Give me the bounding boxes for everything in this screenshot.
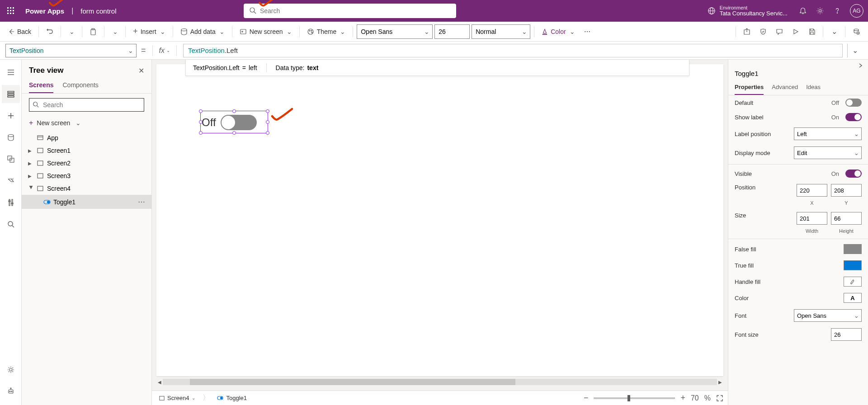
paste-chevron[interactable]: ⌄ xyxy=(108,24,122,39)
properties-collapse[interactable] xyxy=(728,60,868,70)
breadcrumb-control[interactable]: Toggle1 xyxy=(214,394,250,402)
search-rail-icon[interactable] xyxy=(2,215,20,233)
resize-handle[interactable] xyxy=(199,109,203,113)
insert-button[interactable]: + Insert ⌄ xyxy=(129,24,169,39)
insert-rail-icon[interactable] xyxy=(2,107,20,125)
position-x-input[interactable] xyxy=(797,184,827,197)
virtual-agent-icon[interactable] xyxy=(2,382,20,400)
resize-handle[interactable] xyxy=(232,131,236,135)
theme-button[interactable]: Theme ⌄ xyxy=(303,24,349,39)
visible-toggle[interactable] xyxy=(845,170,862,178)
position-y-input[interactable] xyxy=(831,184,862,197)
settings-rail-icon[interactable] xyxy=(2,361,20,379)
search-icon xyxy=(249,7,256,14)
settings-icon[interactable] xyxy=(816,6,825,15)
svg-line-10 xyxy=(254,12,256,14)
handle-fill-color[interactable] xyxy=(844,277,862,287)
toggle-control[interactable]: Off xyxy=(202,115,257,130)
search-input[interactable] xyxy=(244,4,456,18)
tree-search-input[interactable] xyxy=(29,98,144,112)
font-select-prop[interactable]: Open Sans⌄ xyxy=(794,309,862,322)
share-icon[interactable] xyxy=(740,24,754,39)
tree-view-icon[interactable] xyxy=(2,85,20,103)
help-icon[interactable] xyxy=(833,6,842,15)
paste-button[interactable] xyxy=(86,24,100,39)
true-fill-color[interactable] xyxy=(844,260,862,270)
flows-rail-icon[interactable] xyxy=(2,172,20,190)
environment-picker[interactable]: Environment Tata Consultancy Servic... xyxy=(707,5,788,17)
tree-new-screen[interactable]: + New screen ⌄ xyxy=(22,116,151,130)
tree-item-screen4[interactable]: ▶ Screen4 xyxy=(22,182,151,195)
tree-item-screen3[interactable]: ▶ Screen3 xyxy=(22,170,151,182)
scroll-track[interactable] xyxy=(163,379,717,385)
false-fill-color[interactable] xyxy=(844,244,862,254)
media-rail-icon[interactable] xyxy=(2,150,20,168)
comments-icon[interactable] xyxy=(772,24,787,39)
save-chevron[interactable]: ⌄ xyxy=(827,24,841,39)
preview-icon[interactable] xyxy=(788,24,803,39)
scroll-left-icon[interactable]: ◀ xyxy=(156,380,163,385)
horizontal-scrollbar[interactable]: ◀ ▶ xyxy=(156,379,723,385)
resize-handle[interactable] xyxy=(266,131,269,135)
zoom-out-icon[interactable]: − xyxy=(584,393,589,403)
label-position-select[interactable]: Left⌄ xyxy=(794,127,862,140)
add-data-button[interactable]: Add data ⌄ xyxy=(177,24,228,39)
toggle-track[interactable] xyxy=(221,115,257,130)
new-screen-button[interactable]: New screen ⌄ xyxy=(236,24,296,39)
width-input[interactable] xyxy=(797,212,827,225)
notifications-icon[interactable] xyxy=(798,6,807,15)
color-button[interactable]: Color ⌄ xyxy=(538,24,578,39)
user-avatar[interactable]: AG xyxy=(850,4,863,18)
tree-item-screen1[interactable]: ▶ Screen1 xyxy=(22,144,151,157)
font-size-input-prop[interactable] xyxy=(831,328,862,341)
tab-screens[interactable]: Screens xyxy=(29,78,53,93)
display-mode-select[interactable]: Edit⌄ xyxy=(794,146,862,159)
zoom-in-icon[interactable]: + xyxy=(680,393,685,403)
data-rail-icon[interactable] xyxy=(2,128,20,146)
tree-item-screen2[interactable]: ▶ Screen2 xyxy=(22,157,151,170)
tools-rail-icon[interactable] xyxy=(2,193,20,212)
tab-advanced[interactable]: Advanced xyxy=(772,80,798,95)
tab-properties[interactable]: Properties xyxy=(735,80,764,95)
property-select[interactable]: TextPosition ⌄ xyxy=(5,44,137,57)
formula-input[interactable]: TextPosition.Left xyxy=(183,44,843,57)
zoom-slider[interactable] xyxy=(594,397,675,399)
default-toggle[interactable] xyxy=(845,99,862,107)
selection-box[interactable]: Off xyxy=(200,111,268,133)
formula-expand-icon[interactable]: ⌄ xyxy=(847,44,863,57)
resize-handle[interactable] xyxy=(199,131,203,135)
waffle-icon[interactable] xyxy=(5,5,17,17)
fx-label[interactable]: fx⌄ xyxy=(159,47,170,55)
show-label-toggle[interactable] xyxy=(845,113,862,121)
tab-ideas[interactable]: Ideas xyxy=(806,80,821,95)
tree-item-toggle1[interactable]: Toggle1 ⋯ xyxy=(22,195,151,209)
canvas[interactable]: Off xyxy=(156,64,723,376)
more-icon[interactable]: ⋯ xyxy=(138,198,147,206)
publish-icon[interactable] xyxy=(849,24,863,39)
font-size-input[interactable] xyxy=(434,24,470,39)
more-button[interactable]: ⋯ xyxy=(580,24,595,39)
scroll-right-icon[interactable]: ▶ xyxy=(717,380,723,385)
checker-icon[interactable] xyxy=(756,24,770,39)
height-input[interactable] xyxy=(831,212,862,225)
zoom-knob[interactable] xyxy=(627,395,630,401)
undo-button[interactable] xyxy=(42,24,57,39)
undo-chevron[interactable]: ⌄ xyxy=(65,24,78,39)
prop-default: Default Off xyxy=(728,95,868,110)
resize-handle[interactable] xyxy=(232,109,236,113)
save-icon[interactable] xyxy=(805,24,819,39)
font-weight-select[interactable]: Normal⌄ xyxy=(472,24,530,39)
fit-screen-icon[interactable] xyxy=(716,395,723,402)
tree-item-app[interactable]: App xyxy=(22,132,151,144)
tab-components[interactable]: Components xyxy=(62,78,98,93)
equals-sign: = xyxy=(141,46,146,55)
scroll-thumb[interactable] xyxy=(190,379,515,385)
font-select[interactable]: Open Sans⌄ xyxy=(357,24,433,39)
resize-handle[interactable] xyxy=(266,120,269,124)
hamburger-icon[interactable] xyxy=(2,63,20,81)
text-color[interactable]: A xyxy=(844,293,862,303)
resize-handle[interactable] xyxy=(266,109,269,113)
back-button[interactable]: Back xyxy=(5,24,35,39)
close-icon[interactable]: ✕ xyxy=(138,66,144,75)
breadcrumb-screen[interactable]: Screen4 ⌄ xyxy=(156,394,198,402)
